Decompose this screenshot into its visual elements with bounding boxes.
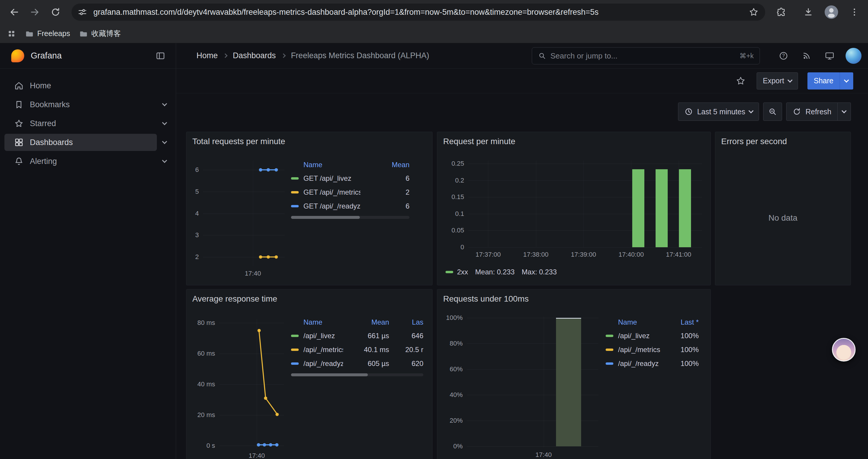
legend-row[interactable]: /api/_/readyz100%: [606, 357, 699, 370]
site-info-icon[interactable]: [78, 7, 88, 17]
search-input[interactable]: [550, 52, 735, 61]
menu-kebab-icon[interactable]: [845, 3, 863, 21]
chevron-down-icon[interactable]: [158, 155, 171, 168]
sidebar-item-bookmarks[interactable]: Bookmarks: [4, 96, 157, 113]
scrollbar-thumb[interactable]: [291, 373, 368, 376]
chevron-down-icon[interactable]: [158, 117, 171, 130]
brand-title: Grafana: [31, 51, 153, 61]
legend-scrollbar[interactable]: [291, 216, 409, 219]
legend-row[interactable]: /api/_/readyz605 µs620: [291, 357, 423, 370]
panel-title[interactable]: Errors per second: [721, 137, 787, 146]
series-value: 100%: [666, 332, 699, 340]
legend-column-header[interactable]: Mean: [365, 161, 409, 169]
y-axis-label: 0.1: [455, 210, 464, 218]
breadcrumb-dashboards[interactable]: Dashboards: [233, 51, 276, 60]
legend: 2xx Mean: 0.233 Max: 0.233: [445, 268, 557, 276]
sidebar-item-starred[interactable]: Starred: [4, 115, 157, 132]
share-label: Share: [814, 76, 833, 85]
home-icon: [14, 80, 24, 91]
legend-row[interactable]: GET /api/_/readyz6: [291, 199, 409, 213]
legend-table: NameMeanGET /api/_livez6GET /api/_/metri…: [286, 158, 426, 219]
series-color-dash: [606, 335, 613, 337]
series-name: /api/_/metrics: [303, 346, 343, 354]
line-chart[interactable]: 80 ms60 ms40 ms20 ms0 s17:40: [219, 319, 284, 448]
time-range-label: Last 5 minutes: [697, 107, 745, 116]
x-axis-label: 17:40: [535, 451, 552, 459]
legend-column-header[interactable]: Name: [291, 318, 343, 326]
export-button[interactable]: Export: [756, 72, 798, 90]
clock-icon: [684, 107, 693, 116]
downloads-icon[interactable]: [800, 3, 817, 21]
y-axis-label: 100%: [446, 314, 463, 322]
y-axis-label: 40 ms: [197, 381, 215, 388]
series-color-dash: [445, 271, 453, 273]
x-axis-label: 17:40: [248, 452, 265, 459]
series-value: 661 µs: [348, 332, 389, 340]
gridline: [536, 161, 536, 247]
panel-title[interactable]: Total requests per minute: [192, 137, 285, 146]
series-value: 2: [365, 188, 409, 196]
series-color-dash: [291, 362, 299, 365]
chart-bar: [679, 169, 691, 247]
time-range-picker[interactable]: Last 5 minutes: [678, 102, 759, 121]
bookmark-item-blog[interactable]: 收藏博客: [79, 29, 121, 38]
back-button[interactable]: [5, 3, 23, 21]
apps-grid-icon[interactable]: [7, 29, 16, 38]
refresh-button[interactable]: Refresh: [786, 102, 838, 121]
y-axis-label: 4: [195, 210, 199, 218]
chevron-down-icon[interactable]: [158, 98, 171, 111]
legend-column-header[interactable]: Name: [606, 318, 661, 326]
share-dropdown[interactable]: [840, 72, 853, 90]
legend-row[interactable]: GET /api/_livez6: [291, 171, 409, 185]
legend-row[interactable]: /api/_/metrics40.1 ms20.5 r: [291, 342, 423, 357]
legend-column-header[interactable]: Mean: [348, 318, 389, 326]
profile-avatar[interactable]: [824, 4, 839, 20]
breadcrumb-home[interactable]: Home: [196, 51, 218, 60]
line-chart[interactable]: 6543217:40: [203, 161, 284, 266]
series-name[interactable]: 2xx: [457, 268, 468, 276]
address-bar[interactable]: grafana.mathmast.com/d/deytv4rwavabkb/fr…: [71, 4, 765, 21]
search-box[interactable]: ⌘+k: [532, 47, 760, 64]
legend-column-header[interactable]: Las: [394, 318, 423, 326]
sidebar-item-alerting[interactable]: Alerting: [4, 153, 157, 170]
bar-chart[interactable]: 100%80%60%40%20%0%17:40: [467, 317, 598, 448]
legend-scrollbar[interactable]: [291, 373, 423, 376]
chevron-glyph: [162, 139, 167, 144]
zoom-out-button[interactable]: [763, 102, 782, 121]
panel-title[interactable]: Requests under 100ms: [443, 294, 529, 304]
extensions-icon[interactable]: [772, 3, 790, 21]
forward-button[interactable]: [26, 3, 44, 21]
series-color-dash: [606, 349, 613, 351]
legend-row[interactable]: /api/_livez661 µs646: [291, 329, 423, 342]
help-icon[interactable]: ?: [776, 49, 790, 63]
bookmark-item-freeleaps[interactable]: Freeleaps: [25, 29, 70, 38]
chevron-glyph: [162, 158, 167, 163]
bar-chart[interactable]: 0.250.20.150.10.05017:37:0017:38:0017:39…: [468, 161, 702, 247]
chevron-down-icon[interactable]: [158, 136, 171, 149]
grafana-logo[interactable]: [11, 49, 24, 62]
bookmark-star-icon[interactable]: [749, 7, 759, 17]
legend-row[interactable]: GET /api/_/metrics2: [291, 185, 409, 199]
series-name: /api/_livez: [303, 332, 343, 340]
legend-column-header[interactable]: Name: [291, 161, 361, 169]
sidebar-item-home[interactable]: Home: [4, 77, 157, 94]
rss-icon[interactable]: [800, 49, 814, 63]
share-button[interactable]: Share: [807, 72, 840, 90]
scrollbar-thumb[interactable]: [291, 216, 360, 219]
legend-row[interactable]: /api/_livez100%: [606, 329, 699, 342]
favorite-star-icon[interactable]: [734, 74, 747, 88]
refresh-interval-dropdown[interactable]: [838, 102, 851, 121]
series-point: [257, 444, 260, 447]
legend-column-header[interactable]: Last *: [666, 318, 699, 326]
legend-row[interactable]: /api/_/metrics100%: [606, 342, 699, 357]
assistant-avatar[interactable]: [832, 338, 856, 362]
bookmark-icon: [14, 100, 24, 109]
reload-button[interactable]: [47, 3, 64, 21]
user-avatar[interactable]: [845, 48, 862, 64]
panel-title[interactable]: Request per minute: [443, 137, 515, 146]
sidebar-item-dashboards[interactable]: Dashboards: [4, 134, 157, 151]
panel-title[interactable]: Average response time: [192, 294, 277, 304]
monitor-icon[interactable]: [823, 49, 837, 63]
sidebar-toggle-icon[interactable]: [154, 49, 167, 62]
refresh-icon: [793, 107, 801, 116]
